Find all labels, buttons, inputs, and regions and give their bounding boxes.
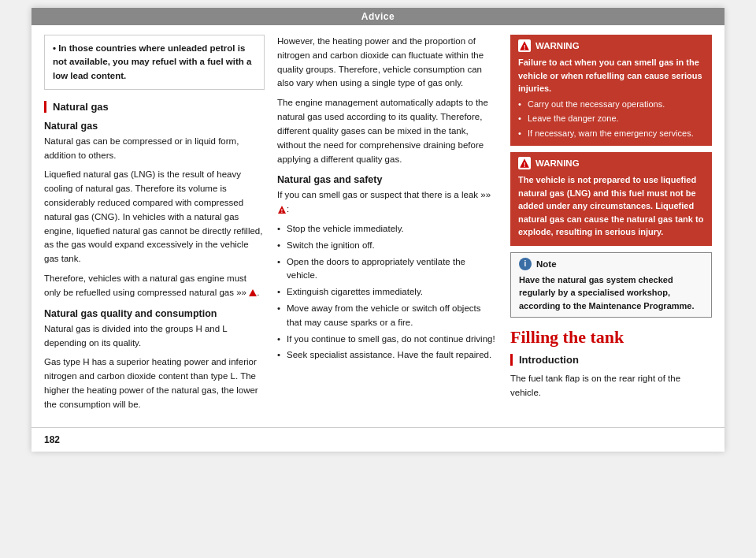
warning-bullet-1-2: Leave the danger zone. (518, 112, 704, 125)
warning-body-1: Failure to act when you can smell gas in… (518, 56, 704, 140)
advice-header: Advice (32, 8, 724, 25)
safety-bullet-3: Open the doors to appropriately ventilat… (277, 255, 498, 284)
note-box: i Note Have the natural gas system check… (510, 252, 712, 318)
warning-bullets-1: Carry out the necessary operations. Leav… (518, 98, 704, 140)
note-icon: i (519, 258, 532, 270)
svg-text:!: ! (524, 162, 526, 169)
warning-bullet-1-1: Carry out the necessary operations. (518, 98, 704, 111)
warning-icon-1: ! (518, 39, 531, 52)
safety-intro: If you can smell gas or suspect that the… (277, 188, 498, 217)
safety-bullet-4: Extinguish cigarettes immediately. (277, 285, 498, 299)
warning-body-2: The vehicle is not prepared to use lique… (518, 173, 704, 239)
natural-gas-quality-para1: Natural gas is divided into the groups H… (44, 322, 265, 351)
natural-gas-quality-para2: Gas type H has a superior heating power … (44, 355, 265, 411)
warning-title-1: ! WARNING (518, 39, 704, 52)
safety-bullet-1: Stop the vehicle immediately. (277, 222, 498, 236)
warning-bold-text-1: Failure to act when you can smell gas in… (518, 56, 704, 95)
safety-bullets: Stop the vehicle immediately. Switch the… (277, 222, 498, 363)
left-column: • In those countries where unleaded petr… (44, 35, 265, 418)
filling-intro-text: The fuel tank flap is on the rear right … (510, 372, 712, 400)
warning-bullet-1-3: If necessary, warn the emergency service… (518, 127, 704, 140)
middle-para1: However, the heating power and the propo… (277, 35, 498, 91)
right-column: ! WARNING Failure to act when you can sm… (510, 35, 712, 418)
introduction-heading: Introduction (510, 354, 712, 366)
svg-text:!: ! (281, 208, 283, 214)
natural-gas-quality-title: Natural gas quality and consumption (44, 308, 265, 319)
natural-gas-para3: Therefore, vehicles with a natural gas e… (44, 272, 265, 300)
warning-box-2: ! WARNING The vehicle is not prepared to… (510, 152, 712, 246)
safety-bullet-6: If you continue to smell gas, do not con… (277, 333, 498, 347)
warning-icon-2: ! (518, 157, 531, 169)
safety-bullet-2: Switch the ignition off. (277, 239, 498, 253)
natural-gas-para1: Natural gas can be compressed or in liqu… (44, 135, 265, 163)
info-box: • In those countries where unleaded petr… (44, 35, 265, 90)
middle-para2: The engine management automatically adap… (277, 96, 498, 166)
safety-bullet-7: Seek specialist assistance. Have the fau… (277, 348, 498, 363)
safety-bullet-5: Move away from the vehicle or switch off… (277, 302, 498, 330)
safety-title: Natural gas and safety (277, 174, 498, 185)
note-title: i Note (519, 258, 703, 270)
natural-gas-para2: Liquefied natural gas (LNG) is the resul… (44, 168, 265, 266)
filling-title: Filling the tank (510, 327, 712, 348)
warning-box-1: ! WARNING Failure to act when you can sm… (510, 35, 712, 146)
note-body: Have the natural gas system checked regu… (519, 273, 703, 313)
natural-gas-heading: Natural gas (44, 101, 265, 113)
page-number: 182 (32, 427, 724, 452)
natural-gas-title: Natural gas (44, 121, 265, 132)
svg-text:!: ! (524, 44, 526, 51)
warning-text-2: The vehicle is not prepared to use lique… (518, 173, 704, 239)
middle-column: However, the heating power and the propo… (277, 35, 498, 418)
warning-title-2: ! WARNING (518, 157, 704, 169)
info-box-text: • In those countries where unleaded petr… (53, 43, 251, 80)
